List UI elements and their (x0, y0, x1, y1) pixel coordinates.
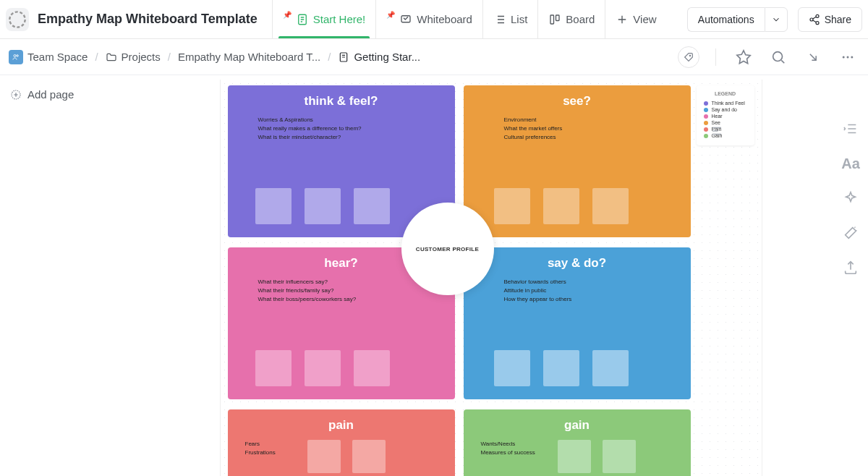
svg-point-14 (847, 56, 849, 58)
quadrant-prompts: Worries & AspirationsWhat really makes a… (258, 116, 445, 142)
breadcrumb-separator: / (168, 51, 171, 63)
quadrant-title: think & feel? (238, 94, 445, 109)
svg-point-13 (843, 56, 845, 58)
tab-start-here[interactable]: 📌 Start Here! (272, 0, 376, 38)
tab-label: View (633, 13, 656, 25)
sparkle-tool[interactable] (841, 188, 861, 208)
quadrant-title: pain (238, 418, 445, 433)
automations-dropdown[interactable] (765, 7, 788, 32)
breadcrumb-bar: Team Space / Projects / Empathy Map Whit… (0, 39, 868, 75)
page-sidebar: Add page (0, 75, 148, 476)
svg-point-7 (816, 21, 819, 24)
breadcrumb-separator: / (95, 51, 98, 63)
align-tool[interactable] (710, 124, 723, 140)
svg-point-11 (689, 55, 690, 56)
tab-add-view[interactable]: View (605, 0, 666, 38)
tab-whiteboard[interactable]: 📌 Whiteboard (375, 0, 482, 38)
svg-point-8 (14, 54, 16, 56)
search-button[interactable] (767, 46, 790, 69)
sticky-note[interactable] (543, 350, 579, 386)
svg-point-6 (810, 18, 813, 21)
tag-button[interactable] (678, 46, 699, 68)
sticky-note[interactable] (255, 350, 292, 386)
magic-wand-tool[interactable] (841, 223, 861, 243)
quadrant-say-do[interactable]: say & do? Behavior towards othersAttitud… (464, 247, 691, 399)
sticky-note[interactable] (603, 440, 636, 473)
breadcrumb-current[interactable]: Getting Star... (338, 51, 420, 63)
breadcrumb-projects[interactable]: Projects (106, 51, 161, 63)
svg-point-12 (773, 51, 783, 61)
quadrant-title: gain (474, 418, 681, 433)
pin-icon: 📌 (283, 11, 292, 19)
tab-label: Whiteboard (417, 13, 472, 25)
sticky-note[interactable] (354, 350, 390, 386)
legend-item: Say and do (704, 107, 750, 112)
quadrant-see[interactable]: see? EnvironmentWhat the market offersCu… (464, 85, 691, 237)
svg-point-5 (816, 14, 819, 17)
svg-point-0 (9, 12, 25, 27)
indent-tool[interactable] (841, 119, 861, 139)
team-space-icon (9, 50, 23, 64)
sticky-note[interactable] (305, 188, 341, 224)
svg-rect-3 (550, 15, 554, 24)
quadrant-title: see? (474, 94, 681, 109)
right-toolbar: Aa (833, 75, 868, 476)
sticky-note[interactable] (592, 188, 629, 224)
tab-label: List (511, 13, 527, 25)
add-page-button[interactable]: Add page (10, 88, 138, 101)
legend-panel: LEGEND Think and FeelSay and doHearSeePa… (697, 85, 754, 145)
svg-point-9 (17, 54, 19, 56)
sticky-note[interactable] (592, 350, 629, 386)
svg-point-15 (851, 56, 853, 58)
legend-title: LEGEND (701, 91, 750, 96)
sticky-note[interactable] (352, 440, 386, 473)
view-tabs: 📌 Start Here! 📌 Whiteboard List Board Vi… (272, 0, 667, 38)
svg-rect-4 (556, 15, 560, 21)
sticky-note[interactable] (494, 188, 530, 224)
sticky-note[interactable] (255, 188, 292, 224)
more-menu-button[interactable] (836, 46, 859, 69)
header-bar: Empathy Map Whiteboard Template 📌 Start … (0, 0, 868, 39)
whiteboard-canvas[interactable]: LEGEND Think and FeelSay and doHearSeePa… (220, 80, 762, 476)
sticky-note[interactable] (305, 350, 341, 386)
sticky-note[interactable] (558, 440, 591, 473)
customer-profile-circle[interactable]: CUSTOMER PROFILE (401, 203, 494, 295)
breadcrumb-team-space[interactable]: Team Space (27, 51, 88, 63)
automations-button[interactable]: Automations (687, 7, 765, 32)
breadcrumb-template[interactable]: Empathy Map Whiteboard T... (178, 51, 320, 63)
sticky-note[interactable] (307, 440, 341, 473)
tab-board[interactable]: Board (537, 0, 605, 38)
text-tool[interactable]: Aa (841, 153, 861, 174)
legend-item: Think and Feel (704, 101, 750, 106)
quadrant-prompts: Behavior towards othersAttitude in publi… (504, 278, 681, 304)
tab-list[interactable]: List (482, 0, 537, 38)
tab-label: Start Here! (313, 13, 366, 25)
export-tool[interactable] (841, 258, 861, 278)
sticky-note[interactable] (354, 188, 390, 224)
quadrant-pain[interactable]: pain FearsFrustrations (228, 409, 455, 476)
sticky-note[interactable] (543, 188, 579, 224)
quadrant-gain[interactable]: gain Wants/NeedsMeasures of success (464, 409, 691, 476)
document-title[interactable]: Empathy Map Whiteboard Template (38, 12, 258, 27)
pin-icon: 📌 (386, 11, 395, 19)
legend-item: Hear (704, 114, 750, 119)
star-button[interactable] (732, 46, 755, 69)
tab-label: Board (566, 13, 595, 25)
collapse-button[interactable] (801, 46, 825, 69)
sticky-note[interactable] (494, 350, 530, 386)
quadrant-title: say & do? (474, 256, 681, 271)
app-icon (6, 8, 29, 31)
quadrant-prompts: EnvironmentWhat the market offersCultura… (504, 116, 681, 142)
breadcrumb-separator: / (328, 51, 331, 63)
share-button[interactable]: Share (798, 7, 862, 32)
